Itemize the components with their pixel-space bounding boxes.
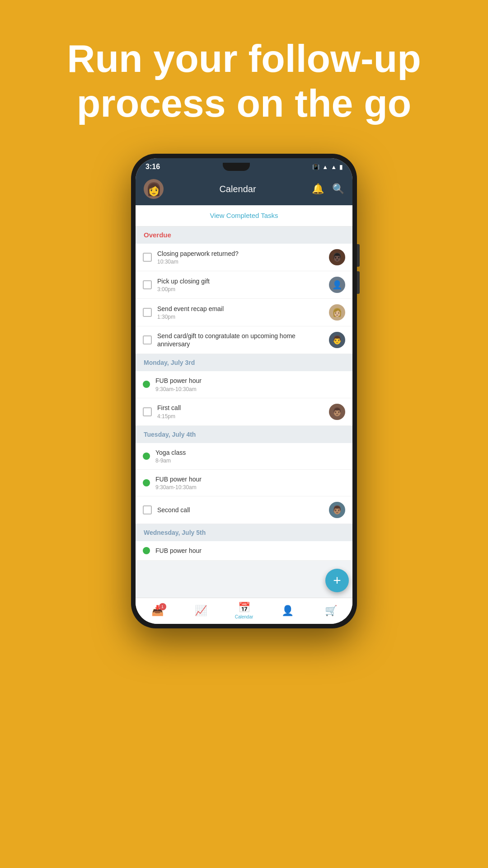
date-section-header: Monday, July 3rd: [136, 354, 352, 371]
phone-frame: 3:16 📳 ▲ ▲ ▮ 👩 Calendar 🔔 🔍: [131, 154, 357, 628]
date-label: Monday, July 3rd: [144, 359, 195, 366]
calendar-icon: 📅: [238, 602, 250, 613]
notch: [223, 163, 250, 171]
task-checkbox[interactable]: [143, 505, 152, 514]
app-header: 👩 Calendar 🔔 🔍: [136, 175, 352, 205]
task-name: Send card/gift to congratulate on upcomi…: [157, 332, 324, 348]
task-time: 9:30am-10:30am: [155, 386, 345, 392]
task-item[interactable]: FUB power hour 9:30am-10:30am: [136, 371, 352, 398]
vol-down-button: [357, 271, 360, 294]
task-item[interactable]: Closing paperwork returned? 10:30am 👨🏿: [136, 244, 352, 271]
task-item[interactable]: First call 4:15pm 👨🏽: [136, 398, 352, 426]
date-label: Wednesday, July 5th: [144, 529, 206, 536]
task-dot: [143, 381, 150, 388]
task-name: Second call: [157, 506, 324, 514]
task-item[interactable]: Send card/gift to congratulate on upcomi…: [136, 326, 352, 354]
task-checkbox[interactable]: [143, 335, 152, 344]
nav-item-inbox[interactable]: 📥 1: [144, 605, 171, 617]
scroll-content[interactable]: View Completed Tasks Overdue Closing pap…: [136, 205, 352, 598]
task-dot: [143, 453, 150, 460]
header-icons: 🔔 🔍: [312, 183, 344, 195]
task-time: 9:30am-10:30am: [155, 484, 345, 491]
overdue-label: Overdue: [144, 231, 171, 239]
calendar-nav-label: Calendar: [235, 614, 253, 619]
task-item[interactable]: Send event recap email 1:30pm 👩🏼: [136, 299, 352, 326]
inbox-icon: 📥 1: [151, 605, 164, 617]
avatar-img: 👩🏼: [332, 307, 342, 317]
task-checkbox[interactable]: [143, 407, 152, 416]
contact-avatar[interactable]: 👨🏽: [329, 502, 345, 518]
task-name: FUB power hour: [155, 547, 345, 555]
avatar-img: 👨🏽: [332, 505, 342, 515]
task-info: Yoga class 8-9am: [155, 448, 345, 464]
search-icon[interactable]: 🔍: [332, 183, 344, 195]
avatar[interactable]: 👩: [144, 179, 164, 199]
add-task-fab[interactable]: +: [325, 569, 349, 592]
task-checkbox[interactable]: [143, 280, 152, 289]
task-name: FUB power hour: [155, 377, 345, 385]
bottom-nav: 📥 1 📈 📅 Calendar 👤 🛒: [136, 598, 352, 624]
bell-icon[interactable]: 🔔: [312, 183, 324, 195]
task-info: Second call: [157, 506, 324, 514]
nav-item-contacts[interactable]: 👤: [274, 605, 301, 617]
task-info: Pick up closing gift 3:00pm: [157, 277, 324, 292]
nav-item-activity[interactable]: 📈: [187, 605, 214, 617]
task-info: Closing paperwork returned? 10:30am: [157, 250, 324, 265]
task-checkbox[interactable]: [143, 308, 152, 317]
task-info: FUB power hour: [155, 547, 345, 555]
task-name: Pick up closing gift: [157, 277, 324, 285]
task-info: Send card/gift to congratulate on upcomi…: [157, 332, 324, 348]
task-item[interactable]: Pick up closing gift 3:00pm 👤: [136, 271, 352, 299]
avatar-img: 👨: [332, 335, 342, 345]
phone-screen: 3:16 📳 ▲ ▲ ▮ 👩 Calendar 🔔 🔍: [136, 158, 352, 624]
date-section-header: Wednesday, July 5th: [136, 524, 352, 541]
plus-icon: +: [333, 573, 341, 588]
phone-container: 3:16 📳 ▲ ▲ ▮ 👩 Calendar 🔔 🔍: [131, 154, 357, 628]
task-item[interactable]: FUB power hour 9:30am-10:30am: [136, 470, 352, 496]
battery-icon: ▮: [339, 164, 343, 170]
more-icon: 🛒: [325, 605, 337, 617]
task-name: FUB power hour: [155, 475, 345, 483]
avatar-img: 👨🏿: [332, 252, 342, 262]
nav-item-more[interactable]: 🛒: [317, 605, 344, 617]
task-time: 1:30pm: [157, 314, 324, 320]
contact-avatar[interactable]: 👨🏽: [329, 404, 345, 420]
vol-up-button: [357, 244, 360, 267]
vibrate-icon: 📳: [312, 164, 319, 170]
inbox-badge: 1: [159, 603, 166, 610]
avatar-image: 👩: [146, 182, 162, 197]
avatar-img: 👨🏽: [332, 407, 342, 417]
date-section-header: Tuesday, July 4th: [136, 426, 352, 443]
signal-icon: ▲: [331, 164, 337, 170]
task-info: FUB power hour 9:30am-10:30am: [155, 377, 345, 392]
task-info: First call 4:15pm: [157, 404, 324, 419]
task-dot: [143, 479, 150, 486]
status-icons: 📳 ▲ ▲ ▮: [312, 164, 343, 170]
task-dot: [143, 547, 150, 554]
contact-avatar[interactable]: 👤: [329, 277, 345, 293]
hero-title: Run your follow-up process on the go: [27, 36, 461, 126]
task-name: Yoga class: [155, 448, 345, 457]
contact-avatar[interactable]: 👩🏼: [329, 304, 345, 321]
nav-item-calendar[interactable]: 📅 Calendar: [230, 602, 258, 619]
avatar-img: 👤: [332, 280, 342, 290]
task-item[interactable]: FUB power hour: [136, 541, 352, 561]
task-info: Send event recap email 1:30pm: [157, 305, 324, 320]
view-completed-section: View Completed Tasks: [136, 205, 352, 226]
wifi-icon: ▲: [322, 164, 328, 170]
status-bar: 3:16 📳 ▲ ▲ ▮: [136, 158, 352, 175]
view-completed-link[interactable]: View Completed Tasks: [210, 212, 278, 219]
bottom-spacer: [136, 561, 352, 592]
contact-avatar[interactable]: 👨: [329, 332, 345, 348]
contact-avatar[interactable]: 👨🏿: [329, 249, 345, 265]
task-checkbox[interactable]: [143, 253, 152, 262]
contacts-icon: 👤: [282, 605, 294, 617]
task-item[interactable]: Yoga class 8-9am: [136, 443, 352, 470]
status-time: 3:16: [145, 163, 160, 171]
header-title: Calendar: [219, 184, 256, 194]
hero-section: Run your follow-up process on the go: [0, 0, 488, 148]
task-name: Send event recap email: [157, 305, 324, 313]
task-item[interactable]: Second call 👨🏽: [136, 496, 352, 524]
activity-icon: 📈: [195, 605, 207, 617]
overdue-section-header: Overdue: [136, 226, 352, 244]
